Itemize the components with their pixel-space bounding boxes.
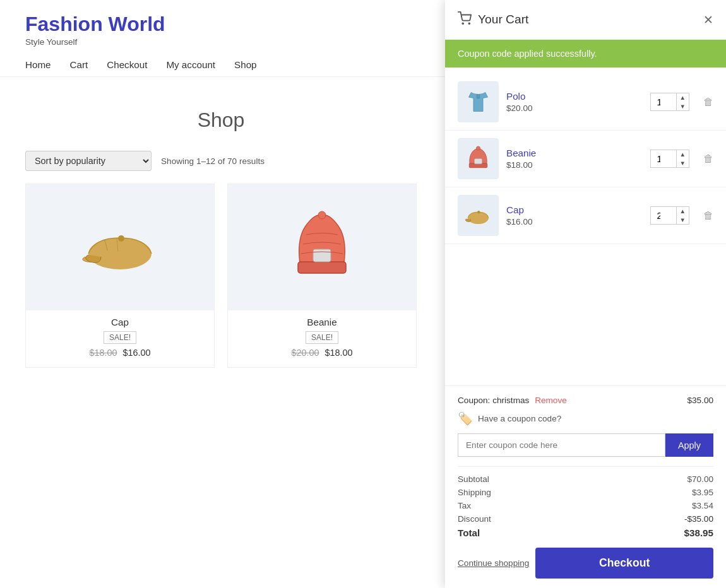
product-name-cap: Cap [26,317,214,327]
svg-point-5 [462,23,463,24]
qty-up-beanie[interactable]: ▲ [677,150,689,159]
cart-icon [458,11,472,28]
product-card-cap: Cap SALE! $18.00 $16.00 [25,184,215,368]
product-price-cap: $18.00 $16.00 [26,348,214,358]
sort-bar: Sort by popularity Sort by latest Sort b… [25,151,417,171]
qty-input-polo[interactable] [651,95,676,110]
product-card-beanie: Beanie SALE! $20.00 $18.00 [227,184,417,368]
qty-up-polo[interactable]: ▲ [677,93,689,102]
qty-input-cap[interactable] [651,208,676,223]
sale-badge-beanie: SALE! [306,331,338,344]
close-cart-button[interactable]: ✕ [703,13,713,27]
cart-header: Your Cart ✕ [445,0,726,40]
cart-title: Your Cart [478,13,528,26]
qty-spinner-beanie: ▲ ▼ [650,150,690,168]
qty-up-cap[interactable]: ▲ [677,207,689,216]
delete-beanie-button[interactable]: 🗑 [703,153,713,165]
product-grid: Cap SALE! $18.00 $16.00 [25,184,417,368]
cart-sidebar: Your Cart ✕ Coupon code applied successf… [445,0,726,380]
svg-point-6 [468,23,470,24]
sale-price-cap: $16.00 [123,348,151,358]
qty-down-beanie[interactable]: ▼ [677,159,689,168]
sale-price-beanie: $18.00 [325,348,353,358]
nav-checkout[interactable]: Checkout [107,59,147,70]
product-image-cap [26,184,214,310]
cart-item-info-cap: Cap $16.00 [506,204,643,226]
qty-arrows-polo: ▲ ▼ [676,93,689,110]
qty-arrows-cap: ▲ ▼ [676,207,689,224]
cart-items-list: Polo $20.00 ▲ ▼ 🗑 [445,68,726,380]
cart-item-name-cap: Cap [506,204,643,215]
cart-item-cap: Cap $16.00 ▲ ▼ 🗑 [445,187,726,244]
cart-item-info-beanie: Beanie $18.00 [506,148,643,170]
svg-rect-3 [313,249,331,262]
qty-spinner-polo: ▲ ▼ [650,93,690,111]
coupon-success-banner: Coupon code applied successfully. [445,40,726,68]
qty-input-beanie[interactable] [651,151,676,167]
svg-point-4 [318,211,326,219]
sale-badge-cap: SALE! [104,331,136,344]
qty-down-cap[interactable]: ▼ [677,216,689,225]
product-name-beanie: Beanie [228,317,416,327]
cart-item-price-polo: $20.00 [506,103,643,113]
qty-spinner-cap: ▲ ▼ [650,206,690,225]
svg-rect-9 [475,159,482,164]
original-price-beanie: $20.00 [291,348,319,358]
cart-item-price-beanie: $18.00 [506,160,643,170]
qty-down-polo[interactable]: ▼ [677,102,689,111]
sort-select[interactable]: Sort by popularity Sort by latest Sort b… [25,151,152,171]
product-price-beanie: $20.00 $18.00 [228,348,416,358]
shop-title: Shop [25,109,417,132]
cart-item-polo: Polo $20.00 ▲ ▼ 🗑 [445,74,726,131]
shop-area: Shop Sort by popularity Sort by latest S… [0,77,442,380]
results-text: Showing 1–12 of 70 results [161,156,265,166]
delete-cap-button[interactable]: 🗑 [703,210,713,221]
cart-item-name-polo: Polo [506,91,643,102]
nav-home[interactable]: Home [25,59,51,70]
cart-item-image-cap [458,195,499,236]
cart-item-info-polo: Polo $20.00 [506,91,643,113]
cart-item-image-polo [458,81,499,122]
svg-rect-2 [298,262,346,273]
original-price-cap: $18.00 [89,348,117,358]
cart-item-name-beanie: Beanie [506,148,643,158]
cart-header-left: Your Cart [458,11,528,28]
svg-point-8 [477,146,480,150]
cart-item-image-beanie [458,138,499,179]
svg-point-1 [118,235,124,242]
delete-polo-button[interactable]: 🗑 [703,97,713,108]
product-image-beanie [228,184,416,310]
nav-cart[interactable]: Cart [70,59,88,70]
nav-my-account[interactable]: My account [166,59,215,70]
nav-shop[interactable]: Shop [234,59,256,70]
cart-item-price-cap: $16.00 [506,217,643,226]
svg-point-11 [477,211,480,214]
qty-arrows-beanie: ▲ ▼ [676,150,689,167]
cart-item-beanie: Beanie $18.00 ▲ ▼ 🗑 [445,131,726,187]
